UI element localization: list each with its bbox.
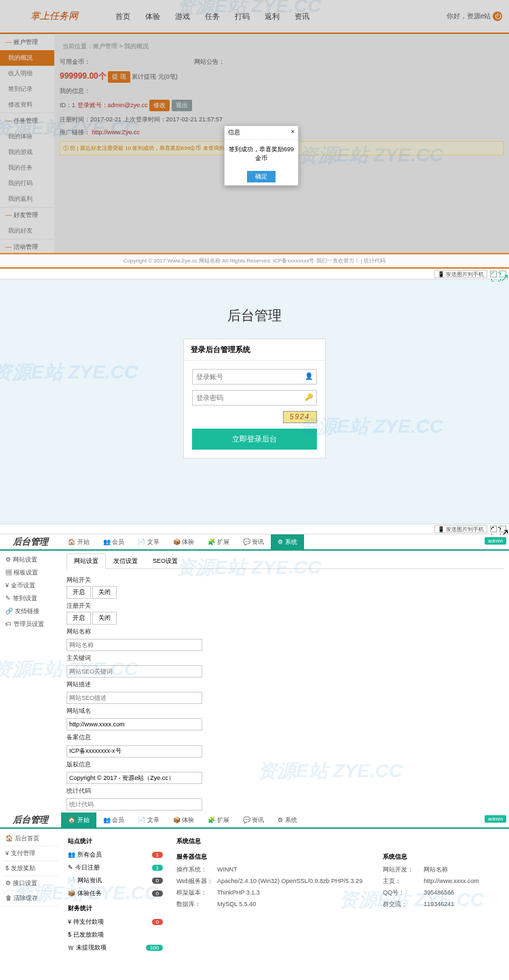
login-submit-button[interactable]: 立即登录后台 — [192, 429, 317, 450]
menu-system[interactable]: ⚙ 系统 — [271, 534, 304, 550]
send-to-phone-button[interactable]: 📱 发送图片到手机 — [434, 270, 487, 278]
stats-title: 站点统计 — [68, 837, 163, 846]
qq-label: QQ号： — [383, 888, 423, 897]
stat-members-value: 1 — [152, 852, 163, 858]
footer: Copyright © 2017 Www.Zye.cc 网站名称 All Rig… — [0, 253, 509, 267]
side-payment[interactable]: ¥ 支付管理 — [3, 846, 58, 861]
server-info-title: 服务器信息 — [176, 852, 362, 861]
admin-menu: 🏠 开始 👥 会员 📄 文章 📦 体验 🧩 扩展 💬 资讯 ⚙ 系统 — [61, 812, 509, 828]
label-stat: 统计代码 — [67, 787, 504, 796]
group-label: 群交流： — [383, 900, 423, 909]
menu-experience[interactable]: 📦 体验 — [166, 534, 202, 550]
admin-login-panel: 资源E站 ZYE.CC 资源E站 ZYE.CC 后台管理 登录后台管理系统 👤 … — [0, 279, 509, 524]
login-box-title: 登录后台管理系统 — [184, 339, 325, 361]
dialog-ok-button[interactable]: 确定 — [247, 171, 276, 182]
tab-mail[interactable]: 发信设置 — [106, 553, 145, 568]
menu-experience[interactable]: 📦 体验 — [166, 812, 202, 828]
web-value: Apache/2.4.10 (Win32) OpenSSL/0.9.8zb PH… — [217, 878, 362, 884]
settings-tabs: 网站设置 发信设置 SEO设置 — [67, 553, 504, 569]
finance-title: 财务统计 — [68, 904, 163, 913]
system-info-title: 系统信息 — [383, 852, 479, 861]
stat-input[interactable] — [67, 798, 202, 810]
tab-seo[interactable]: SEO设置 — [145, 553, 185, 568]
label-desc: 网站描述 — [67, 680, 504, 689]
group-value: 119346241 — [423, 901, 454, 907]
site-off-button[interactable]: 关闭 — [92, 586, 117, 599]
desc-input[interactable] — [67, 692, 202, 704]
admin-badge[interactable]: admin — [485, 815, 506, 823]
menu-start[interactable]: 🏠 开始 — [61, 812, 96, 828]
menu-article[interactable]: 📄 文章 — [131, 812, 166, 828]
web-label: Web服务器： — [176, 877, 217, 886]
side-coin[interactable]: ¥ 金币设置 — [3, 579, 58, 592]
side-links[interactable]: 🔗 友情链接 — [3, 605, 58, 618]
settings-content: 网站设置 发信设置 SEO设置 网站开关 开启 关闭 注册开关 开启 关闭 网站… — [61, 551, 509, 812]
stat-task-value: 0 — [152, 890, 163, 897]
side-site-settings[interactable]: ⚙ 网站设置 — [3, 553, 58, 566]
menu-article[interactable]: 📄 文章 — [131, 534, 166, 550]
admin-header: 后台管理 🏠 开始 👥 会员 📄 文章 📦 体验 🧩 扩展 💬 资讯 ⚙ 系统 … — [0, 534, 509, 551]
password-input[interactable] — [192, 390, 317, 406]
stat-news-value: 0 — [152, 878, 163, 884]
admin-badge[interactable]: admin — [485, 537, 506, 545]
side-admin[interactable]: 🏷 管理员设置 — [3, 618, 58, 631]
menu-member[interactable]: 👥 会员 — [96, 812, 132, 828]
label-reg: 注册开关 — [67, 602, 504, 610]
browser-toolbar: 📱 发送图片到手机 ⛶ ↗ — [0, 524, 509, 534]
menu-news[interactable]: 💬 资讯 — [236, 534, 271, 550]
domain-input[interactable] — [67, 718, 202, 730]
captcha-image[interactable]: 5924 — [283, 411, 317, 423]
icp-input[interactable] — [67, 745, 202, 758]
admin-logo: 后台管理 — [0, 536, 61, 548]
side-checkin[interactable]: ✎ 签到设置 — [3, 592, 58, 605]
menu-extend[interactable]: 🧩 扩展 — [201, 812, 236, 828]
menu-news[interactable]: 💬 资讯 — [236, 812, 271, 828]
site-on-button[interactable]: 开启 — [67, 586, 91, 599]
share-icon[interactable]: ↗ — [499, 271, 506, 277]
expand-icon[interactable]: ⛶ — [490, 271, 497, 277]
label-domain: 网站域名 — [67, 707, 504, 716]
username-input[interactable] — [192, 369, 317, 385]
front-site-panel: 资源E站 ZYE.CC 资源E站 ZYE.CC 资源E站 ZYE.CC 掌上任务… — [0, 0, 509, 269]
admin-dashboard-panel: 资源E站 ZYE.CC 资源E站 ZYE.CC 后台管理 🏠 开始 👥 会员 📄… — [0, 812, 509, 980]
copyright-input[interactable] — [67, 772, 202, 784]
label-icp: 备案信息 — [67, 733, 504, 742]
menu-extend[interactable]: 🧩 扩展 — [201, 534, 236, 550]
keyword-input[interactable] — [67, 665, 202, 678]
close-icon[interactable]: × — [291, 128, 295, 137]
side-template[interactable]: ▦ 模板设置 — [3, 566, 58, 579]
menu-start[interactable]: 🏠 开始 — [61, 534, 96, 550]
fin-unwithdraw-label: 未提现款项 — [76, 944, 107, 951]
fin-pending-label: 待支付款项 — [73, 918, 104, 925]
stat-news-label: 网站资讯 — [77, 877, 102, 884]
side-cache[interactable]: 🗑 清除缓存 — [3, 891, 58, 906]
stat-today-label: 今日注册 — [75, 864, 100, 871]
reg-off-button[interactable]: 关闭 — [92, 612, 117, 625]
framework-label: 框架版本： — [176, 888, 217, 897]
db-label: 数据库： — [176, 900, 217, 909]
fin-paid-label: 已发放款项 — [73, 931, 104, 938]
sitename-input[interactable] — [67, 639, 202, 651]
expand-icon[interactable]: ⛶ — [490, 526, 497, 532]
lock-icon: 🔑 — [305, 393, 313, 401]
dev-label: 网站开发： — [383, 865, 423, 874]
tab-site[interactable]: 网站设置 — [67, 553, 106, 569]
dashboard-sidebar: 🏠 后台首页 ¥ 支付管理 $ 发放奖励 ⚙ 接口设置 🗑 清除缓存 — [0, 829, 61, 958]
send-to-phone-button[interactable]: 📱 发送图片到手机 — [434, 525, 487, 533]
dialog-message: 签到成功，恭喜奖励699金币 — [225, 140, 298, 168]
stats-column: 站点统计 👥 所有会员1 ✎ 今日注册1 📄 网站资讯0 📦 体验任务0 财务统… — [68, 833, 163, 954]
side-home[interactable]: 🏠 后台首页 — [3, 831, 58, 846]
stat-today-value: 1 — [152, 865, 163, 871]
admin-settings-panel: 资源E站 ZYE.CC 资源E站 ZYE.CC 资源E站 ZYE.CC 后台管理… — [0, 534, 509, 812]
side-api[interactable]: ⚙ 接口设置 — [3, 876, 58, 891]
share-icon[interactable]: ↗ — [499, 526, 506, 532]
admin-menu: 🏠 开始 👥 会员 📄 文章 📦 体验 🧩 扩展 💬 资讯 ⚙ 系统 — [61, 534, 509, 550]
login-box: 登录后台管理系统 👤 🔑 5924 立即登录后台 — [183, 338, 326, 458]
menu-member[interactable]: 👥 会员 — [96, 534, 132, 550]
menu-system[interactable]: ⚙ 系统 — [271, 812, 304, 828]
os-label: 操作系统： — [176, 865, 217, 874]
reg-on-button[interactable]: 开启 — [67, 612, 91, 625]
side-reward[interactable]: $ 发放奖励 — [3, 861, 58, 876]
url-label: 主页： — [383, 877, 423, 886]
fin-pending-value: 0 — [152, 919, 163, 925]
